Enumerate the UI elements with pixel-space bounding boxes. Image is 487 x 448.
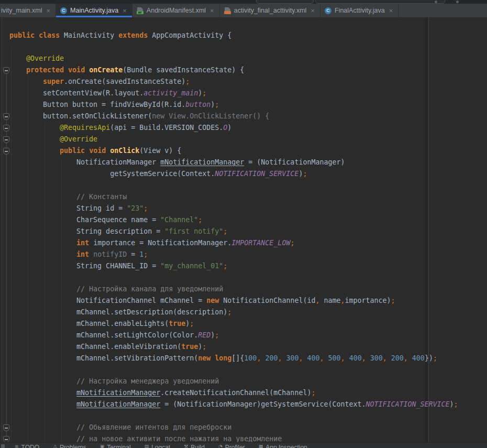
tool-window-label: Terminal	[107, 444, 130, 448]
fold-marker[interactable]	[3, 125, 9, 132]
gutter-left-line	[2, 17, 2, 443]
tab-label: MainActivity.java	[70, 7, 118, 14]
tool-window-button-profiler[interactable]: ◔Profiler	[218, 444, 245, 448]
run-configuration-group[interactable]	[256, 0, 314, 4]
problems-icon: ⚠	[53, 444, 57, 448]
tab-label: ivity_main.xml	[1, 7, 42, 14]
code-line[interactable]: CharSequence name = "Channel";	[9, 214, 458, 226]
device-toolbar-group[interactable]	[315, 0, 445, 4]
java-class-icon: C	[325, 7, 331, 14]
code-line[interactable]	[9, 18, 458, 30]
fold-marker[interactable]	[3, 113, 9, 120]
code-line[interactable]: // Настройка канала для уведомлений	[9, 283, 458, 295]
tool-window-label: Problems	[60, 444, 86, 448]
code-editor[interactable]: public class MainActivity extends AppCom…	[0, 17, 487, 443]
android-studio-window: ivity_main.xml×CMainActivity.java×MFAndr…	[0, 0, 487, 448]
close-icon[interactable]: ×	[388, 7, 393, 14]
close-icon[interactable]: ×	[309, 7, 315, 14]
inspection-icon: ▦	[259, 444, 263, 448]
tool-window-button-build[interactable]: ⚒Build	[184, 444, 205, 448]
code-line[interactable]: public class MainActivity extends AppCom…	[9, 30, 458, 41]
main-toolbar-strip	[0, 0, 487, 4]
logcat-icon: ▤	[145, 444, 149, 448]
fold-marker[interactable]	[3, 148, 9, 155]
code-line[interactable]	[9, 364, 458, 376]
code-line[interactable]: super.onCreate(savedInstanceState);	[9, 76, 458, 88]
code-line[interactable]: protected void onCreate(Bundle savedInst…	[9, 64, 458, 76]
tool-window-label: TODO	[21, 444, 39, 448]
fold-marker[interactable]	[3, 136, 9, 143]
tool-window-label: Build	[191, 444, 205, 448]
code-line[interactable]: @RequiresApi(api = Build.VERSION_CODES.O…	[9, 122, 458, 134]
editor-tab-FinalActtivity.java[interactable]: CFinalActtivity.java×	[320, 4, 399, 17]
tool-window-label: App Inspection	[265, 444, 307, 448]
manifest-file-icon: MF	[137, 7, 143, 14]
fold-marker[interactable]	[3, 67, 9, 74]
close-icon[interactable]: ×	[121, 7, 127, 14]
profiler-icon: ◔	[218, 444, 223, 448]
close-icon[interactable]: ×	[209, 7, 214, 14]
code-line[interactable]: getSystemService(Context.NOTIFICATION_SE…	[9, 168, 458, 180]
code-line[interactable]: mNotificationManager = (NotificationMana…	[9, 399, 458, 410]
code-line[interactable]: // Константы	[9, 191, 458, 203]
tool-window-label: Logcat	[151, 444, 170, 448]
code-line[interactable]: String id = "23";	[9, 203, 458, 214]
code-line[interactable]: // на новое активити после нажатия на ув…	[9, 433, 458, 443]
code-line[interactable]: mChannel.enableVibration(true);	[9, 341, 458, 353]
fold-marker[interactable]	[3, 424, 9, 431]
code-line[interactable]: @Override	[9, 53, 458, 64]
close-icon[interactable]: ×	[46, 7, 51, 14]
editor-tab-bar: ivity_main.xml×CMainActivity.java×MFAndr…	[0, 4, 487, 17]
code-line[interactable]: NotificationManager mNotificationManager…	[9, 157, 458, 168]
tool-window-button-todo[interactable]: ≡TODO	[15, 444, 39, 448]
tab-label: AndroidManifest.xml	[147, 7, 206, 14]
editor-tab-ivity_main.xml[interactable]: ivity_main.xml×	[0, 4, 56, 17]
code-line[interactable]: mChannel.setVibrationPattern(new long[]{…	[9, 353, 458, 364]
editor-tab-MainActivity.java[interactable]: CMainActivity.java×	[56, 4, 132, 17]
partial-toolwindow-icon[interactable]	[1, 444, 5, 448]
code-line[interactable]: mChannel.setLightColor(Color.RED);	[9, 330, 458, 341]
code-line[interactable]: // Настройка менеджера уведомлений	[9, 376, 458, 387]
code-text[interactable]: public class MainActivity extends AppCom…	[9, 18, 458, 443]
code-line[interactable]: String CHANNEL_ID = "my_channel_01";	[9, 260, 458, 272]
code-line[interactable]: int importance = NotificationManager.IMP…	[9, 237, 458, 249]
tab-label: FinalActtivity.java	[335, 7, 385, 14]
tool-window-label: Profiler	[225, 444, 245, 448]
tool-window-button-app-inspection[interactable]: ▦App Inspection	[259, 444, 307, 448]
code-line[interactable]	[9, 180, 458, 191]
toolbar-button-icon[interactable]	[435, 1, 437, 3]
code-line[interactable]: mNotificationManager.createNotificationC…	[9, 387, 458, 399]
editor-tab-activity_final_acttivity.xml[interactable]: activity_final_acttivity.xml×	[220, 4, 320, 17]
tab-label: activity_final_acttivity.xml	[234, 7, 307, 14]
toolbar-button-icon[interactable]	[456, 1, 459, 3]
code-line[interactable]	[9, 41, 458, 53]
xml-file-icon	[224, 7, 231, 14]
code-line[interactable]: button.setOnClickListener(new View.OnCli…	[9, 111, 458, 122]
code-line[interactable]: NotificationChannel mChannel = new Notif…	[9, 295, 458, 307]
code-line[interactable]: mChannel.enableLights(true);	[9, 318, 458, 330]
code-line[interactable]: Button button = findViewById(R.id.button…	[9, 99, 458, 111]
java-class-icon: C	[60, 7, 67, 14]
code-line[interactable]	[9, 410, 458, 422]
todo-list-icon: ≡	[15, 444, 19, 448]
code-line[interactable]: mChannel.setDescription(description);	[9, 307, 458, 318]
code-line[interactable]: @Override	[9, 134, 458, 145]
build-hammer-icon: ⚒	[184, 444, 188, 448]
code-line[interactable]: String description = "first notify";	[9, 226, 458, 237]
terminal-icon: ▣	[100, 444, 105, 448]
code-line[interactable]: public void onClick(View v) {	[9, 145, 458, 157]
tool-window-bar: ≡TODO⚠Problems▣Terminal▤Logcat⚒Build◔Pro…	[0, 442, 487, 448]
code-line[interactable]: // Обьявление интентов для переброски	[9, 422, 458, 433]
tool-window-button-terminal[interactable]: ▣Terminal	[100, 444, 131, 448]
code-line[interactable]: setContentView(R.layout.activity_main);	[9, 88, 458, 99]
code-line[interactable]	[9, 272, 458, 283]
code-line[interactable]: int notifyID = 1;	[9, 249, 458, 260]
tool-window-button-problems[interactable]: ⚠Problems	[53, 444, 86, 448]
tool-window-button-logcat[interactable]: ▤Logcat	[145, 444, 171, 448]
editor-tab-AndroidManifest.xml[interactable]: MFAndroidManifest.xml×	[132, 4, 220, 17]
